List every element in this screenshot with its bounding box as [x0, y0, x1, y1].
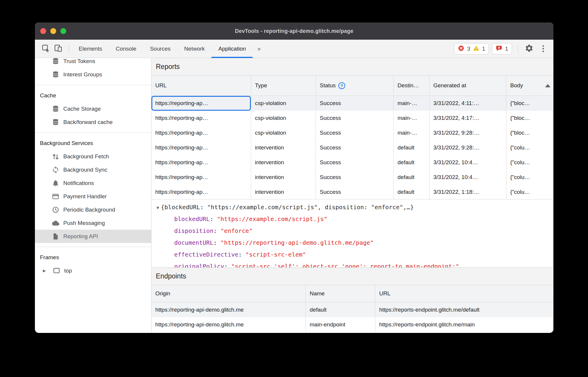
report-row[interactable]: https://reporting-ap… csp-violation Succ…	[151, 125, 553, 140]
sidebar-item-label: Cache Storage	[63, 106, 101, 112]
preview-field: effectiveDirective: "script-src-elem"	[156, 249, 553, 260]
sidebar-item-label: Reporting API	[63, 233, 98, 240]
cloud-icon	[52, 219, 59, 227]
column-header-status[interactable]: Status ?	[316, 75, 394, 96]
tab-elements[interactable]: Elements	[72, 40, 109, 58]
tab-network[interactable]: Network	[177, 40, 212, 58]
file-icon	[52, 233, 59, 240]
toolbar-right: 3 1	[454, 43, 547, 54]
sidebar-item-label: Payment Handler	[63, 193, 107, 200]
more-options-button[interactable]	[539, 45, 547, 52]
column-header-type[interactable]: Type	[251, 75, 316, 96]
column-header-name[interactable]: Name	[306, 285, 375, 302]
reports-header-row: URL Type Status ? Destin… Generated at B…	[151, 75, 553, 96]
up-down-arrows-icon	[52, 153, 59, 160]
report-row[interactable]: https://reporting-ap… intervention Succe…	[151, 170, 553, 185]
database-icon	[52, 71, 59, 78]
card-icon	[52, 193, 59, 200]
inspect-cursor-icon	[41, 44, 50, 54]
issues-badge[interactable]: 1	[492, 43, 512, 54]
column-header-destination[interactable]: Destin…	[394, 75, 429, 96]
column-header-generated-at[interactable]: Generated at	[429, 75, 506, 96]
inspect-element-button[interactable]	[41, 44, 51, 54]
close-button[interactable]	[40, 28, 46, 34]
column-header-url[interactable]: URL	[151, 75, 251, 96]
endpoint-row[interactable]: https://reporting-api-demo.glitch.me def…	[151, 302, 553, 317]
database-icon	[52, 58, 59, 65]
preview-field: documentURL: "https://reporting-api-demo…	[156, 237, 553, 249]
application-sidebar: Trust Tokens Interest Groups Cache	[35, 58, 151, 333]
sidebar-item-trust-tokens[interactable]: Trust Tokens	[35, 58, 151, 68]
sidebar-separator	[35, 247, 151, 247]
column-header-url[interactable]: URL	[375, 285, 553, 302]
column-header-body[interactable]: Body	[506, 75, 553, 96]
sidebar-item-label: top	[64, 268, 72, 274]
report-row[interactable]: https://reporting-ap… intervention Succe…	[151, 155, 553, 170]
endpoint-row[interactable]: https://reporting-api-demo.glitch.me mai…	[151, 317, 553, 332]
sidebar-item-label: Push Messaging	[63, 220, 105, 226]
more-tabs-button[interactable]: »	[253, 45, 265, 52]
toolbar-separator	[69, 45, 69, 53]
reporting-api-panel: Reports URL Type Status ? Destin… Genera…	[151, 58, 553, 333]
sidebar-item-background-sync[interactable]: Background Sync	[35, 163, 151, 176]
sort-ascending-icon	[545, 84, 550, 87]
sidebar-heading-frames: Frames	[35, 251, 151, 264]
endpoints-table: Origin Name URL https://reporting-api-de…	[151, 285, 553, 332]
toolbar-separator	[518, 45, 518, 53]
sidebar-item-top-frame[interactable]: ▶ top	[35, 264, 151, 277]
sidebar-item-reporting-api[interactable]: Reporting API	[35, 230, 151, 243]
tab-application[interactable]: Application	[211, 40, 253, 58]
sidebar-item-periodic-background-sync[interactable]: Periodic Background	[35, 203, 151, 216]
chevron-right-icon[interactable]: ▶	[43, 268, 49, 273]
sidebar-item-label: Background Sync	[63, 167, 107, 173]
sidebar-item-notifications[interactable]: Notifications	[35, 176, 151, 190]
report-body-preview: ▼{blockedURL: "https://example.com/scrip…	[151, 199, 553, 268]
status-help-icon[interactable]: ?	[338, 82, 345, 89]
warning-icon	[473, 45, 479, 53]
sidebar-heading-cache: Cache	[35, 89, 151, 102]
endpoints-header-row: Origin Name URL	[151, 285, 553, 302]
kebab-icon	[542, 45, 544, 47]
sidebar-item-cache-storage[interactable]: Cache Storage	[35, 102, 151, 115]
sidebar-item-label: Trust Tokens	[63, 58, 95, 65]
zoom-button[interactable]	[60, 28, 66, 34]
console-status-badge[interactable]: 3 1	[454, 43, 489, 54]
reports-table: URL Type Status ? Destin… Generated at B…	[151, 75, 553, 199]
bell-icon	[52, 179, 59, 187]
report-url-cell[interactable]: https://reporting-ap…	[151, 96, 251, 111]
report-row[interactable]: https://reporting-ap… intervention Succe…	[151, 140, 553, 155]
settings-button[interactable]	[524, 44, 534, 54]
device-toolbar-icon	[54, 44, 63, 54]
sidebar-separator	[35, 133, 151, 133]
sidebar-item-interest-groups[interactable]: Interest Groups	[35, 68, 151, 81]
sidebar-item-label: Background Fetch	[63, 153, 109, 160]
database-icon	[52, 118, 59, 126]
preview-field-clipped: originalPolicy: "script-src 'self'; obje…	[156, 260, 553, 268]
device-toolbar-button[interactable]	[53, 44, 63, 54]
report-row[interactable]: https://reporting-ap… csp-violation Succ…	[151, 96, 553, 111]
devtools-window: DevTools - reporting-api-demo.glitch.me/…	[35, 22, 553, 333]
report-row[interactable]: https://reporting-ap… csp-violation Succ…	[151, 111, 553, 125]
clock-icon	[52, 206, 59, 214]
chevron-down-icon[interactable]: ▼	[156, 205, 159, 210]
minimize-button[interactable]	[50, 28, 56, 34]
sidebar-item-payment-handler[interactable]: Payment Handler	[35, 190, 151, 203]
tab-sources[interactable]: Sources	[143, 40, 177, 58]
preview-summary[interactable]: ▼{blockedURL: "https://example.com/scrip…	[156, 201, 553, 213]
tab-console[interactable]: Console	[109, 40, 143, 58]
preview-field: disposition: "enforce"	[156, 225, 553, 237]
sidebar-item-label: Interest Groups	[63, 71, 102, 78]
warning-count: 1	[482, 46, 485, 52]
database-icon	[52, 105, 59, 113]
sidebar-heading-background-services: Background Services	[35, 137, 151, 150]
column-header-origin[interactable]: Origin	[151, 285, 306, 302]
report-row[interactable]: https://reporting-ap… intervention Succe…	[151, 185, 553, 199]
sidebar-item-back-forward-cache[interactable]: Back/forward cache	[35, 115, 151, 129]
error-count: 3	[467, 46, 470, 52]
traffic-lights	[40, 22, 66, 40]
sidebar-item-label: Notifications	[63, 180, 94, 186]
sidebar-separator	[35, 85, 151, 85]
sidebar-item-background-fetch[interactable]: Background Fetch	[35, 150, 151, 163]
reports-section-title: Reports	[151, 58, 553, 75]
sidebar-item-push-messaging[interactable]: Push Messaging	[35, 216, 151, 230]
